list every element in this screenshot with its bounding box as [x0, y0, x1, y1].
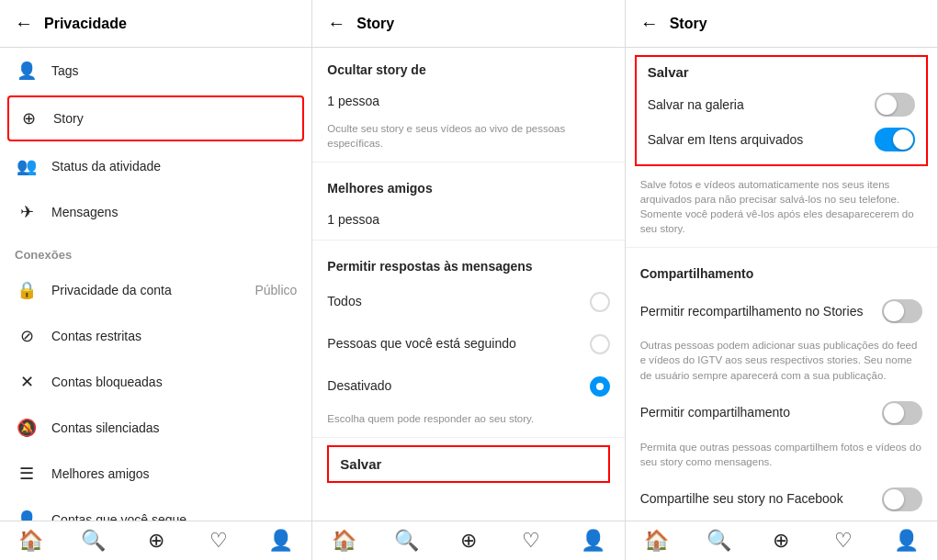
profile-button-p2[interactable]: 👤	[562, 529, 625, 553]
compartilhamento-desc: Permita que outras pessoas compartilhem …	[626, 436, 937, 476]
ocultar-value[interactable]: 1 pessoa	[312, 84, 624, 118]
salvar-arquivados-toggle[interactable]	[875, 128, 915, 151]
lock-icon: 🔒	[15, 278, 39, 302]
home-button-p2[interactable]: 🏠	[312, 529, 375, 553]
sidebar-item-story[interactable]: ⊕ Story	[7, 95, 304, 141]
privacy-value: Público	[254, 283, 297, 297]
desativado-radio[interactable]	[590, 376, 610, 397]
salvar-highlight-box: Salvar Salvar na galeria Salvar em Itens…	[635, 55, 928, 166]
messages-icon: ✈	[15, 200, 39, 224]
add-button-p3[interactable]: ⊕	[750, 529, 812, 553]
restricted-label: Contas restritas	[51, 329, 297, 343]
add-button-p1[interactable]: ⊕	[125, 529, 187, 553]
blocked-label: Contas bloqueadas	[51, 375, 297, 389]
close-friends-icon: ☰	[15, 462, 39, 486]
sidebar-item-restricted[interactable]: ⊘ Contas restritas	[0, 313, 311, 359]
recompartilhamento-label: Permitir recompartilhamento no Stories	[640, 303, 882, 321]
facebook-label: Compartilhe seu story no Facebook	[640, 490, 882, 509]
compartilhamento-knob	[884, 403, 904, 423]
salvar-galeria-toggle[interactable]	[875, 93, 915, 117]
tags-icon: 👤	[15, 59, 39, 83]
ocultar-count: 1 pessoa	[327, 94, 609, 108]
back-button-panel1[interactable]: ←	[15, 13, 33, 34]
panel1-title: Privacidade	[44, 16, 127, 32]
ocultar-description: Oculte seu story e seus vídeos ao vivo d…	[312, 118, 624, 158]
compartilhamento-toggle[interactable]	[882, 401, 922, 425]
panel2-title: Story	[356, 16, 394, 32]
recompartilhamento-toggle[interactable]	[882, 299, 922, 323]
recompartilhamento-row: Permitir recompartilhamento no Stories	[626, 288, 937, 334]
ocultar-title: Ocultar story de	[312, 48, 624, 84]
likes-button-p2[interactable]: ♡	[500, 529, 562, 553]
salvar-arquivados-row: Salvar em Itens arquivados	[648, 122, 915, 157]
likes-button-p3[interactable]: ♡	[812, 529, 875, 553]
sidebar-item-close-friends[interactable]: ☰ Melhores amigos	[0, 451, 311, 497]
home-button-p3[interactable]: 🏠	[626, 529, 688, 553]
panel3-content: Salvar Salvar na galeria Salvar em Itens…	[626, 48, 937, 521]
search-button-p2[interactable]: 🔍	[375, 529, 437, 553]
following-label: Contas que você segue	[51, 512, 297, 521]
tags-label: Tags	[51, 63, 297, 78]
following-icon: 👤	[15, 508, 39, 521]
search-button-p3[interactable]: 🔍	[688, 529, 751, 553]
sidebar-item-tags[interactable]: 👤 Tags	[0, 48, 311, 94]
panel3-header: ← Story	[626, 0, 937, 48]
back-button-panel2[interactable]: ←	[327, 13, 345, 34]
melhores-value[interactable]: 1 pessoa	[312, 203, 624, 236]
recompartilhamento-desc: Outras pessoas podem adicionar suas publ…	[626, 334, 937, 389]
add-button-p2[interactable]: ⊕	[437, 529, 500, 553]
salvar-galeria-label: Salvar na galeria	[648, 97, 744, 112]
radio-seguindo[interactable]: Pessoas que você está seguindo	[312, 323, 624, 365]
messages-label: Mensagens	[51, 205, 297, 219]
salvar-galeria-knob	[876, 95, 897, 115]
radio-todos[interactable]: Todos	[312, 281, 624, 323]
recompartilhamento-knob	[884, 301, 904, 321]
todos-radio[interactable]	[590, 292, 610, 312]
back-button-panel3[interactable]: ←	[640, 13, 659, 34]
panel1-content: 👤 Tags ⊕ Story 👥 Status da atividade ✈ M…	[0, 48, 311, 521]
sidebar-item-muted[interactable]: 🔕 Contas silenciadas	[0, 405, 311, 451]
panel1-bottom-nav: 🏠 🔍 ⊕ ♡ 👤	[0, 521, 311, 560]
sidebar-item-status[interactable]: 👥 Status da atividade	[0, 143, 311, 189]
likes-button-p1[interactable]: ♡	[187, 529, 250, 553]
profile-button-p1[interactable]: 👤	[249, 529, 311, 553]
conexoes-section-label: Conexões	[0, 235, 311, 267]
search-button-p1[interactable]: 🔍	[62, 529, 125, 553]
panel-story-settings: ← Story Ocultar story de 1 pessoa Oculte…	[312, 0, 625, 560]
status-icon: 👥	[15, 154, 39, 178]
panel2-bottom-nav: 🏠 🔍 ⊕ ♡ 👤	[312, 521, 624, 560]
desativado-label: Desativado	[327, 377, 589, 396]
muted-icon: 🔕	[15, 416, 39, 440]
radio-desativado[interactable]: Desativado	[312, 365, 624, 408]
panel2-content: Ocultar story de 1 pessoa Oculte seu sto…	[312, 48, 624, 521]
facebook-knob	[884, 489, 904, 510]
seguindo-label: Pessoas que você está seguindo	[327, 335, 589, 353]
sidebar-item-messages[interactable]: ✈ Mensagens	[0, 189, 311, 235]
seguindo-radio[interactable]	[590, 334, 610, 354]
sidebar-item-following[interactable]: 👤 Contas que você segue	[0, 497, 311, 521]
facebook-row: Compartilhe seu story no Facebook	[626, 476, 937, 521]
profile-button-p3[interactable]: 👤	[875, 529, 937, 553]
salvar-arquivados-knob	[893, 129, 913, 150]
sidebar-item-blocked[interactable]: ✕ Contas bloqueadas	[0, 359, 311, 405]
salvar-section-box: Salvar	[327, 445, 609, 483]
save-description: Salve fotos e vídeos automaticamente nos…	[626, 174, 937, 243]
salvar-arquivados-label: Salvar em Itens arquivados	[648, 132, 804, 147]
status-label: Status da atividade	[51, 159, 297, 174]
salvar-title: Salvar	[340, 456, 596, 472]
compartilhamento-label: Permitir compartilhamento	[640, 404, 882, 422]
todos-label: Todos	[327, 293, 589, 311]
panel-story-save: ← Story Salvar Salvar na galeria Salvar …	[626, 0, 938, 560]
close-friends-label: Melhores amigos	[51, 466, 297, 481]
sidebar-item-privacy[interactable]: 🔒 Privacidade da conta Público	[0, 267, 311, 313]
home-button-p1[interactable]: 🏠	[0, 529, 62, 553]
panel-privacidade: ← Privacidade 👤 Tags ⊕ Story 👥 Status da…	[0, 0, 312, 560]
melhores-count: 1 pessoa	[327, 212, 609, 227]
muted-label: Contas silenciadas	[51, 420, 297, 435]
facebook-toggle[interactable]	[882, 487, 922, 511]
compartilhamento-row: Permitir compartilhamento	[626, 390, 937, 436]
respostas-title: Permitir respostas às mensagens	[312, 244, 624, 281]
salvar-highlight-title: Salvar	[648, 64, 915, 87]
melhores-title: Melhores amigos	[312, 166, 624, 203]
panel3-title: Story	[670, 16, 707, 32]
